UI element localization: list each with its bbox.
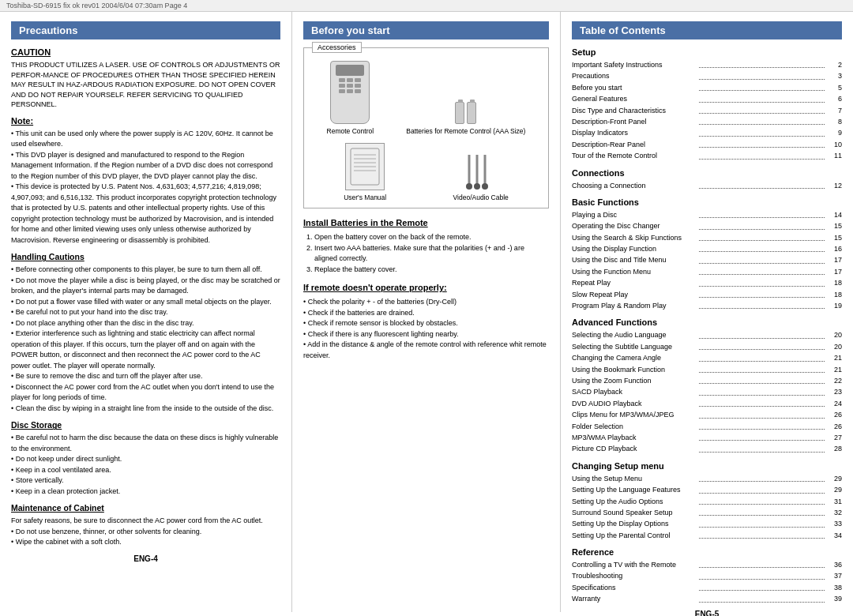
toc-item: Repeat Play18 [572, 277, 842, 288]
toc-dots [699, 473, 825, 482]
note-block: Note: This unit can be used only where t… [11, 116, 280, 246]
toc-dots [699, 105, 825, 114]
toc-item-label: Using the Display Function [572, 243, 697, 254]
toc-item: Using the Disc and Title Menu17 [572, 254, 842, 265]
toc-dots [699, 209, 825, 218]
toc-item: Changing the Camera Angle21 [572, 352, 842, 363]
toc-dots [699, 180, 825, 189]
toc-item: Important Safety Instructions2 [572, 59, 842, 70]
handling-cautions-block: Handling Cautions Before connecting othe… [11, 252, 280, 414]
toc-item: Folder Selection26 [572, 421, 842, 432]
toc-item: Operating the Disc Changer15 [572, 220, 842, 231]
toc-item-label: Surround Sound Speaker Setup [572, 507, 697, 518]
toc-item: SACD Playback23 [572, 386, 842, 397]
toc-item: DVD AUDIO Playback24 [572, 398, 842, 409]
install-batteries-steps: Open the battery cover on the back of th… [303, 232, 549, 275]
toc-item-label: Picture CD Playback [572, 443, 697, 454]
toc-dots [699, 139, 825, 148]
batteries-label: Batteries for Remote Control (AAA Size) [406, 127, 525, 135]
toc-content: SetupImportant Safety Instructions2Preca… [572, 47, 842, 605]
toc-page-num: 19 [826, 300, 842, 311]
toc-item: Slow Repeat Play18 [572, 289, 842, 300]
toc-item-label: DVD AUDIO Playback [572, 398, 697, 409]
toc-item: Warranty39 [572, 593, 842, 604]
toc-item: Surround Sound Speaker Setup32 [572, 507, 842, 518]
toc-item: General Features6 [572, 93, 842, 104]
toc-page-num: 24 [826, 398, 842, 409]
caution-block: CAUTION THIS PRODUCT UTILIZES A LASER. U… [11, 47, 280, 110]
toc-item: Setting Up the Display Options33 [572, 518, 842, 529]
toc-item-label: Disc Type and Characteristics [572, 105, 697, 116]
toc-item-label: Before you start [572, 82, 697, 93]
toc-item-label: MP3/WMA Playback [572, 432, 697, 443]
toc-page-num: 38 [826, 582, 842, 593]
toc-page-num: 11 [826, 150, 842, 161]
toc-item-label: Setting Up the Parental Control [572, 530, 697, 541]
toc-item: Using the Setup Menu29 [572, 473, 842, 484]
table-of-contents-panel: Table of Contents SetupImportant Safety … [561, 12, 853, 612]
toc-item-label: Using the Function Menu [572, 266, 697, 277]
toc-dots [699, 329, 825, 338]
toc-dots [699, 582, 825, 591]
toc-item-label: Important Safety Instructions [572, 59, 697, 70]
cable-label: Video/Audio Cable [453, 193, 509, 201]
toc-dots [699, 116, 825, 125]
caution-heading: CAUTION [11, 47, 280, 57]
handling-item: Be careful not to put your hand into the… [11, 307, 280, 318]
before-you-start-title: Before you start [303, 21, 549, 39]
toc-dots [699, 300, 825, 309]
toc-dots [699, 496, 825, 505]
disc-storage-content: Be careful not to harm the disc because … [11, 433, 280, 497]
toc-page-num: 14 [826, 209, 842, 220]
toc-item-label: Display Indicators [572, 127, 697, 138]
toc-page-num: 5 [826, 82, 842, 93]
disc-storage-item: Keep in a clean protection jacket. [11, 486, 280, 498]
toc-page-num: 29 [826, 484, 842, 495]
toc-page-num: 21 [826, 352, 842, 363]
maintenance-item: Wipe the cabinet with a soft cloth. [11, 537, 280, 548]
toc-page-num: 29 [826, 473, 842, 484]
toc-page-num: 9 [826, 127, 842, 138]
toc-item-label: Description-Rear Panel [572, 139, 697, 150]
cable-icon [461, 151, 501, 190]
toc-page-num: 37 [826, 570, 842, 581]
toc-title: Table of Contents [572, 21, 842, 39]
handling-item: Do not put a flower vase filled with wat… [11, 297, 280, 308]
accessories-grid: Remote Control Batteries for Remote Cont… [310, 61, 542, 135]
toc-item: Display Indicators9 [572, 127, 842, 138]
toc-item-label: Using the Disc and Title Menu [572, 254, 697, 265]
svg-point-11 [482, 183, 488, 190]
toc-item: Using the Function Menu17 [572, 266, 842, 277]
toc-page-num: 23 [826, 386, 842, 397]
remote-problem-heading: If remote doesn't operate properly: [303, 283, 549, 292]
maintenance-content: For safety reasons, be sure to disconnec… [11, 516, 280, 548]
toc-item: Selecting the Audio Language20 [572, 329, 842, 340]
toc-page-num: 6 [826, 93, 842, 104]
batteries-icon [406, 102, 525, 124]
toc-page-num: 31 [826, 496, 842, 507]
toc-item: Using the Zoom Function22 [572, 375, 842, 386]
toc-dots [699, 443, 825, 452]
remote-problem-item: Check if remote sensor is blocked by obs… [303, 318, 549, 329]
toc-page-num: 32 [826, 507, 842, 518]
toc-section-title: Reference [572, 547, 842, 557]
toc-dots [699, 386, 825, 395]
manual-icon [345, 143, 385, 190]
manual-label: User's Manual [344, 193, 386, 201]
toc-item: Setting Up the Language Features29 [572, 484, 842, 495]
toc-item-label: Selecting the Audio Language [572, 329, 697, 340]
toc-item: Tour of the Remote Control11 [572, 150, 842, 161]
before-you-start-panel: Before you start Accessories [292, 12, 561, 612]
toc-item: Using the Bookmark Function21 [572, 364, 842, 375]
toc-page-num: 20 [826, 329, 842, 340]
toc-page-num: 34 [826, 530, 842, 541]
toc-page-num: 12 [826, 180, 842, 191]
toc-dots [699, 559, 825, 568]
install-batteries-heading: Install Batteries in the Remote [303, 218, 549, 227]
toc-dots [699, 243, 825, 252]
handling-cautions-content: Before connecting other components to th… [11, 265, 280, 414]
page-header: Toshiba-SD-6915 fix ok rev01 2004/6/04 0… [0, 0, 853, 12]
maintenance-item: Do not use benzene, thinner, or other so… [11, 527, 280, 538]
toc-item: Selecting the Subtitle Language20 [572, 341, 842, 352]
toc-item: Description-Front Panel8 [572, 116, 842, 127]
